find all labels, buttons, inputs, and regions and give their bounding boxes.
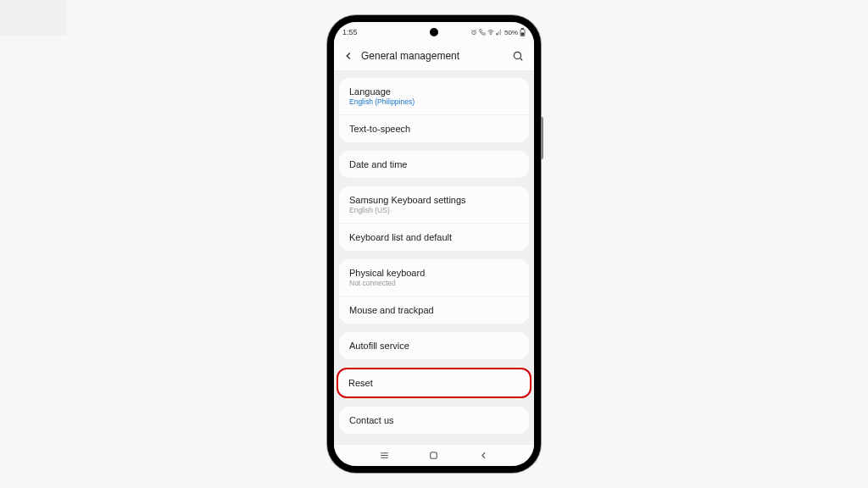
settings-group: Physical keyboardNot connectedMouse and … xyxy=(339,259,529,324)
recents-icon xyxy=(379,450,390,461)
settings-item-language[interactable]: LanguageEnglish (Philippines) xyxy=(339,78,529,114)
item-title: Samsung Keyboard settings xyxy=(349,195,519,205)
back-icon xyxy=(478,450,489,461)
item-subtitle: English (Philippines) xyxy=(349,97,519,106)
svg-rect-4 xyxy=(521,33,525,36)
settings-item-text-to-speech[interactable]: Text-to-speech xyxy=(339,114,529,142)
corner-tab xyxy=(0,0,66,36)
item-title: Autofill service xyxy=(349,341,519,351)
call-icon xyxy=(479,29,486,36)
nav-back[interactable] xyxy=(476,450,492,461)
svg-rect-10 xyxy=(431,452,437,459)
item-title: Text-to-speech xyxy=(349,124,519,134)
settings-group: LanguageEnglish (Philippines)Text-to-spe… xyxy=(339,78,529,142)
settings-item-keyboard-list[interactable]: Keyboard list and default xyxy=(339,223,529,251)
side-button xyxy=(541,117,543,159)
search-icon xyxy=(512,50,524,62)
settings-list: LanguageEnglish (Philippines)Text-to-spe… xyxy=(334,71,534,444)
settings-group: Autofill service xyxy=(339,332,529,359)
settings-item-physical-keyboard[interactable]: Physical keyboardNot connected xyxy=(339,259,529,296)
alarm-icon xyxy=(470,29,477,36)
page-title: General management xyxy=(358,50,510,62)
settings-item-date-and-time[interactable]: Date and time xyxy=(339,151,529,178)
settings-group: Samsung Keyboard settingsEnglish (US)Key… xyxy=(339,186,529,251)
screen: 1:55 50% General management LanguageEngl… xyxy=(334,22,534,466)
item-title: Language xyxy=(349,86,519,97)
nav-home[interactable] xyxy=(426,450,442,461)
settings-group: Date and time xyxy=(339,151,529,178)
nav-recents[interactable] xyxy=(376,450,392,461)
item-title: Physical keyboard xyxy=(349,268,519,278)
item-subtitle: English (US) xyxy=(349,206,519,214)
status-icons: 50% xyxy=(470,28,526,36)
signal-icon xyxy=(496,29,503,36)
settings-item-mouse-trackpad[interactable]: Mouse and trackpad xyxy=(339,296,529,324)
wifi-icon xyxy=(487,29,494,36)
svg-line-6 xyxy=(520,58,523,60)
battery-icon xyxy=(520,28,526,36)
settings-item-contact-us[interactable]: Contact us xyxy=(339,407,529,434)
item-title: Mouse and trackpad xyxy=(349,305,519,315)
header: General management xyxy=(334,41,534,71)
nav-bar xyxy=(334,444,534,466)
phone-frame: 1:55 50% General management LanguageEngl… xyxy=(327,15,541,473)
search-button[interactable] xyxy=(510,50,526,62)
svg-point-5 xyxy=(514,52,520,58)
settings-group: Contact us xyxy=(339,407,529,434)
settings-item-reset[interactable]: Reset xyxy=(338,369,530,396)
battery-percent: 50% xyxy=(504,29,518,36)
svg-rect-3 xyxy=(522,29,524,30)
item-title: Date and time xyxy=(349,159,519,169)
item-title: Reset xyxy=(348,378,520,388)
camera-hole xyxy=(430,28,438,36)
settings-group: Reset xyxy=(337,368,531,398)
item-subtitle: Not connected xyxy=(349,279,519,287)
item-title: Contact us xyxy=(349,415,519,425)
settings-item-autofill-service[interactable]: Autofill service xyxy=(339,332,529,359)
back-button[interactable] xyxy=(342,50,358,62)
chevron-left-icon xyxy=(342,50,354,62)
item-title: Keyboard list and default xyxy=(349,232,519,242)
home-icon xyxy=(428,450,439,461)
status-time: 1:55 xyxy=(342,28,358,36)
svg-point-1 xyxy=(491,34,492,35)
settings-item-samsung-keyboard[interactable]: Samsung Keyboard settingsEnglish (US) xyxy=(339,186,529,223)
